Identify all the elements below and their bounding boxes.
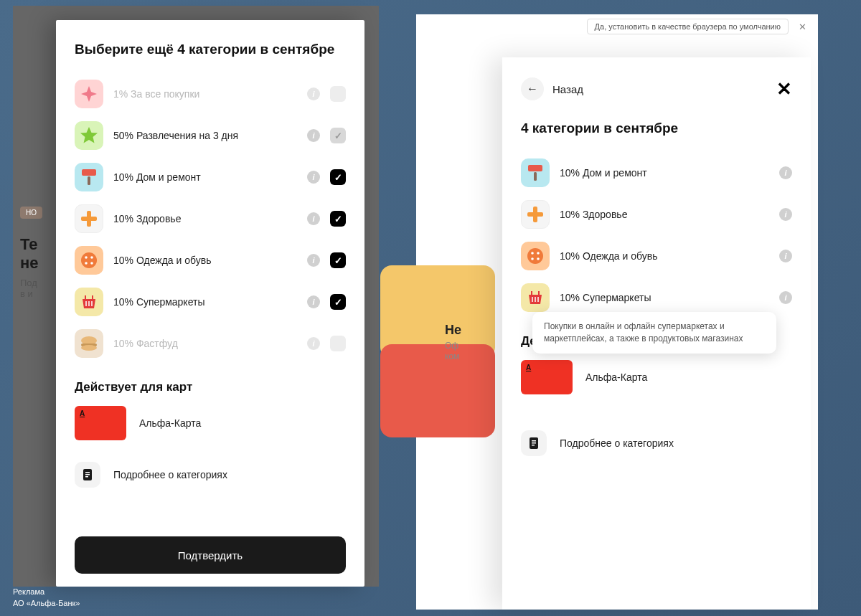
more-about-categories[interactable]: Подробнее о категориях — [75, 462, 346, 488]
category-label: 10% Здоровье — [113, 213, 297, 224]
cards-section-title: Действует для карт — [75, 380, 346, 394]
checkbox[interactable] — [330, 252, 346, 268]
info-icon[interactable]: i — [307, 87, 320, 100]
category-row[interactable]: 10% Одежда и обувь i — [75, 240, 346, 281]
category-tooltip: Покупки в онлайн и офлайн супермаркетах … — [532, 312, 776, 354]
category-label: 10% Одежда и обувь — [560, 250, 769, 262]
plus-icon — [75, 204, 103, 233]
category-select-modal: Выберите ещё 4 категории в сентябре 1% З… — [56, 20, 364, 587]
checkbox[interactable] — [330, 336, 346, 351]
category-label: 10% Супермаркеты — [113, 296, 297, 308]
bg-card-red — [380, 344, 495, 437]
basket-icon — [521, 283, 550, 312]
modal-title: 4 категории в сентябре — [521, 120, 792, 136]
category-row[interactable]: 10% Здоровье i — [521, 194, 792, 235]
category-label: 10% Фастфуд — [113, 338, 297, 349]
category-label: 10% Здоровье — [560, 209, 769, 220]
burger-icon — [75, 329, 103, 358]
checkbox[interactable] — [330, 86, 346, 102]
info-icon[interactable]: i — [779, 291, 792, 304]
checkbox-locked — [330, 128, 346, 143]
close-icon[interactable]: ✕ — [776, 78, 792, 100]
button-icon — [75, 246, 103, 275]
info-icon[interactable]: i — [779, 208, 792, 221]
alfa-card-icon — [521, 360, 573, 394]
checkbox[interactable] — [330, 211, 346, 227]
info-icon[interactable]: i — [307, 212, 320, 225]
bg-badge: НО — [20, 207, 42, 219]
category-label: 10% Супермаркеты — [560, 292, 769, 303]
roller-icon — [75, 163, 103, 191]
right-screenshot: Да, установить в качестве браузера по ум… — [416, 14, 818, 610]
document-icon — [75, 462, 100, 488]
more-label: Подробнее о категориях — [560, 437, 674, 449]
category-row[interactable]: 10% Дом и ремонт i — [75, 156, 346, 198]
ad-disclaimer: Реклама АО «Альфа-Банк» — [13, 587, 80, 609]
left-screenshot: НО Те не Под в и Выберите ещё 4 категори… — [13, 6, 379, 587]
arrow-left-icon: ← — [521, 77, 544, 100]
more-about-categories[interactable]: Подробнее о категориях — [521, 430, 792, 456]
category-row[interactable]: 1% За все покупки i — [75, 73, 346, 115]
info-icon[interactable]: i — [307, 171, 320, 184]
more-label: Подробнее о категориях — [113, 469, 227, 480]
sparkle-icon — [75, 80, 103, 108]
category-row[interactable]: 10% Здоровье i — [75, 198, 346, 240]
star-icon — [75, 121, 103, 150]
modal-title: Выберите ещё 4 категории в сентябре — [75, 42, 346, 57]
card-name: Альфа-Карта — [139, 417, 201, 429]
category-label: 10% Одежда и обувь — [113, 255, 297, 266]
info-icon[interactable]: i — [307, 254, 320, 267]
confirm-button[interactable]: Подтвердить — [75, 536, 346, 574]
info-icon[interactable]: i — [307, 129, 320, 142]
card-row[interactable]: Альфа-Карта — [521, 360, 792, 394]
button-icon — [521, 242, 550, 270]
info-icon[interactable]: i — [779, 166, 792, 179]
category-label: 10% Дом и ремонт — [113, 171, 297, 183]
back-button[interactable]: ← Назад — [521, 77, 583, 100]
category-row[interactable]: 10% Фастфуд i — [75, 323, 346, 364]
info-icon[interactable]: i — [779, 250, 792, 262]
alfa-card-icon — [75, 406, 126, 440]
modal-header: ← Назад ✕ — [521, 77, 792, 100]
checkbox[interactable] — [330, 169, 346, 185]
back-label: Назад — [552, 83, 583, 95]
category-list: 1% За все покупки i 50% Развлечения на 3… — [75, 73, 346, 364]
document-icon — [521, 430, 547, 456]
plus-icon — [521, 200, 550, 229]
basket-icon — [75, 288, 103, 316]
info-icon[interactable]: i — [307, 337, 320, 350]
category-label: 50% Развлечения на 3 дня — [113, 130, 297, 141]
category-row[interactable]: 10% Дом и ремонт i — [521, 152, 792, 194]
category-label: 10% Дом и ремонт — [560, 167, 769, 179]
checkbox[interactable] — [330, 294, 346, 310]
info-icon[interactable]: i — [307, 295, 320, 308]
category-list: 10% Дом и ремонт i 10% Здоровье i 10% Од… — [521, 152, 792, 318]
category-row[interactable]: 50% Развлечения на 3 дня i — [75, 115, 346, 156]
roller-icon — [521, 158, 550, 187]
category-row[interactable]: 10% Одежда и обувь i — [521, 235, 792, 277]
card-name: Альфа-Карта — [585, 371, 647, 383]
card-row[interactable]: Альфа-Карта — [75, 406, 346, 440]
category-label: 1% За все покупки — [113, 88, 297, 100]
bg-headline: Те не Под в и — [20, 235, 39, 300]
category-row[interactable]: 10% Супермаркеты i — [75, 281, 346, 323]
